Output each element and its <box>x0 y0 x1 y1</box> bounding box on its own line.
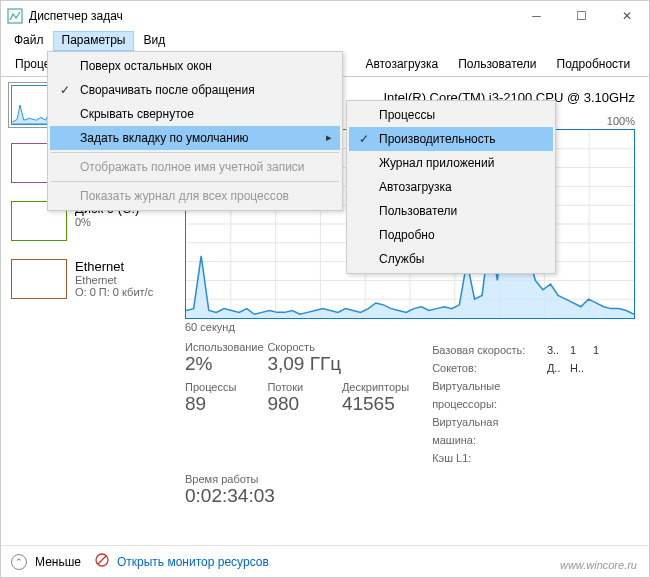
use-lbl: Использование <box>185 341 267 353</box>
proc-val: 89 <box>185 393 267 415</box>
chart-top-right: 100% <box>607 115 635 127</box>
parameters-menu: Поверх остальных окон Сворачивать после … <box>47 51 343 211</box>
fewer-details[interactable]: Меньше <box>35 555 81 569</box>
vproc-lbl: Виртуальные процессоры: <box>432 380 500 410</box>
menu-minimize-on-use[interactable]: Сворачивать после обращения <box>50 78 340 102</box>
window-title: Диспетчер задач <box>29 9 123 23</box>
uptime-lbl: Время работы <box>185 473 635 485</box>
vm-lbl: Виртуальная машина: <box>432 416 498 446</box>
use-val: 2% <box>185 353 267 375</box>
watermark: www.wincore.ru <box>560 559 637 571</box>
open-resource-monitor[interactable]: Открыть монитор ресурсов <box>117 555 269 569</box>
tab-startup[interactable]: Автозагрузка <box>355 53 448 76</box>
l1-lbl: Кэш L1: <box>432 452 471 464</box>
disk-sub: 0% <box>75 216 139 228</box>
tab-services[interactable]: Службы <box>640 53 650 76</box>
speed-val: 3,09 ГГц <box>267 353 342 375</box>
submenu-services[interactable]: Службы <box>349 247 553 271</box>
l1-val: Н.. <box>570 359 590 377</box>
menu-file[interactable]: Файл <box>5 31 53 51</box>
footer: ⌃ Меньше Открыть монитор ресурсов <box>1 545 649 577</box>
eth-sub2: О: 0 П: 0 кбит/с <box>75 286 153 298</box>
menu-hide-minimized[interactable]: Скрывать свернутое <box>50 102 340 126</box>
minimize-button[interactable]: ─ <box>514 1 559 31</box>
chart-bottom: 60 секунд <box>185 321 635 333</box>
resource-monitor-icon <box>95 553 109 570</box>
vm-val: Д.. <box>547 359 567 377</box>
vproc-val: 1 <box>593 341 613 359</box>
collapse-icon[interactable]: ⌃ <box>11 554 27 570</box>
menu-default-tab[interactable]: Задать вкладку по умолчанию <box>50 126 340 150</box>
close-button[interactable]: ✕ <box>604 1 649 31</box>
submenu-processes[interactable]: Процессы <box>349 103 553 127</box>
eth-label: Ethernet <box>75 259 153 274</box>
base-lbl: Базовая скорость: <box>432 344 525 356</box>
menubar: Файл Параметры Вид <box>1 31 649 51</box>
threads-val: 980 <box>267 393 342 415</box>
menu-full-account-name: Отображать полное имя учетной записи <box>50 155 340 179</box>
speed-lbl: Скорость <box>267 341 342 353</box>
proc-lbl: Процессы <box>185 381 267 393</box>
sidebar-item-ethernet[interactable]: Ethernet Ethernet О: 0 П: 0 кбит/с <box>11 259 175 299</box>
menu-always-on-top[interactable]: Поверх остальных окон <box>50 54 340 78</box>
titlebar: Диспетчер задач ─ ☐ ✕ <box>1 1 649 31</box>
sockets-val: 1 <box>570 341 590 359</box>
tab-users[interactable]: Пользователи <box>448 53 546 76</box>
handles-val: 41565 <box>342 393 432 415</box>
submenu-app-history[interactable]: Журнал приложений <box>349 151 553 175</box>
sockets-lbl: Сокетов: <box>432 362 477 374</box>
submenu-users[interactable]: Пользователи <box>349 199 553 223</box>
tab-details[interactable]: Подробности <box>547 53 641 76</box>
svg-line-20 <box>98 556 106 564</box>
submenu-performance[interactable]: Производительность <box>349 127 553 151</box>
eth-sub: Ethernet <box>75 274 153 286</box>
submenu-details[interactable]: Подробно <box>349 223 553 247</box>
handles-lbl: Дескрипторы <box>342 381 432 393</box>
menu-view[interactable]: Вид <box>134 31 174 51</box>
threads-lbl: Потоки <box>267 381 342 393</box>
maximize-button[interactable]: ☐ <box>559 1 604 31</box>
menu-parameters[interactable]: Параметры <box>53 31 135 51</box>
menu-show-history-all: Показать журнал для всех процессов <box>50 184 340 208</box>
app-icon <box>7 8 23 24</box>
base-val: 3.. <box>547 341 567 359</box>
uptime-val: 0:02:34:03 <box>185 485 635 507</box>
submenu-startup[interactable]: Автозагрузка <box>349 175 553 199</box>
default-tab-submenu: Процессы Производительность Журнал прило… <box>346 100 556 274</box>
